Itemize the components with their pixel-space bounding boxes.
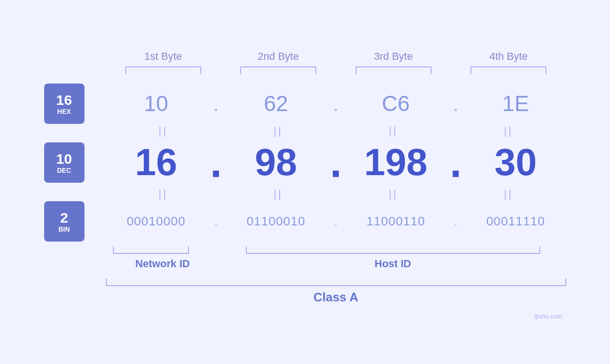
bin-row: 2 BIN 00010000 . 01100010 . 11000110 . 0…	[44, 201, 566, 242]
bin-b4: 00011110	[465, 214, 566, 229]
hex-badge-number: 16	[56, 92, 72, 108]
top-bracket-shape-4	[470, 66, 546, 74]
eq1-2: ||	[231, 125, 326, 137]
equals-row-1: || || || ||	[106, 124, 566, 138]
eq1-3: ||	[346, 125, 441, 137]
class-section: Class A	[106, 279, 566, 305]
eq2-3: ||	[346, 188, 441, 200]
class-bracket	[106, 279, 566, 286]
eq1-4: ||	[461, 125, 556, 137]
hex-values: 10 . 62 . C6 . 1E	[106, 91, 566, 116]
dec-badge: 10 DEC	[44, 142, 84, 183]
class-label: Class A	[106, 290, 566, 305]
hex-badge-label: HEX	[57, 108, 71, 115]
bin-badge: 2 BIN	[44, 201, 84, 242]
hex-dot-3: .	[449, 91, 463, 116]
hex-row: 16 HEX 10 . 62 . C6 . 1E	[44, 84, 566, 124]
dec-b4: 30	[465, 140, 566, 184]
hex-dot-2: .	[329, 91, 343, 116]
bin-dot-3: .	[449, 214, 463, 229]
dec-dot-2: .	[329, 138, 343, 187]
bin-dot-2: .	[329, 214, 343, 229]
hex-dot-1: .	[209, 91, 223, 116]
host-id-bracket	[246, 246, 540, 254]
bin-dot-1: .	[209, 214, 223, 229]
equals-row-2: || || || ||	[106, 187, 566, 201]
top-bracket-2	[231, 66, 326, 74]
watermark: ipshu.com	[534, 313, 562, 320]
bin-badge-number: 2	[60, 210, 68, 225]
byte-header-3: 3rd Byte	[346, 50, 441, 63]
byte-headers: 1st Byte 2nd Byte 3rd Byte 4th Byte	[106, 50, 566, 63]
network-id-bracket-cell	[106, 246, 196, 254]
hex-b4: 1E	[465, 91, 566, 116]
bottom-labels-row: Network ID Host ID	[106, 258, 566, 270]
eq1-1: ||	[116, 125, 211, 137]
top-bracket-3	[346, 66, 441, 74]
top-brackets	[106, 66, 566, 74]
network-id-label: Network ID	[106, 258, 220, 270]
bin-b2: 01100010	[225, 214, 327, 229]
byte-header-4: 4th Byte	[461, 50, 556, 63]
network-id-bracket	[113, 246, 189, 254]
eq2-1: ||	[116, 188, 211, 200]
host-id-bracket-cell	[220, 246, 566, 254]
top-bracket-shape-3	[356, 66, 432, 74]
top-bracket-shape-2	[240, 66, 316, 74]
bin-values: 00010000 . 01100010 . 11000110 . 0001111…	[106, 214, 566, 229]
bin-b1: 00010000	[106, 214, 207, 229]
dec-badge-number: 10	[56, 151, 72, 167]
top-bracket-4	[461, 66, 556, 74]
byte-header-1: 1st Byte	[116, 50, 211, 63]
eq2-2: ||	[231, 188, 326, 200]
top-bracket-shape-1	[125, 66, 201, 74]
dec-values: 16 . 98 . 198 . 30	[106, 138, 566, 187]
byte-header-2: 2nd Byte	[231, 50, 326, 63]
eq2-4: ||	[461, 188, 556, 200]
dec-row: 10 DEC 16 . 98 . 198 . 30	[44, 138, 566, 187]
hex-b3: C6	[346, 91, 447, 116]
hex-b2: 62	[225, 91, 327, 116]
bin-badge-label: BIN	[58, 225, 70, 233]
hex-badge: 16 HEX	[44, 84, 84, 124]
dec-b3: 198	[346, 140, 447, 184]
dec-b2: 98	[225, 140, 327, 184]
bottom-brackets-container	[106, 246, 566, 254]
top-bracket-1	[116, 66, 211, 74]
main-container: 1st Byte 2nd Byte 3rd Byte 4th Byte 16 H…	[44, 41, 566, 324]
dec-dot-3: .	[449, 138, 463, 187]
bin-b3: 11000110	[346, 214, 447, 229]
hex-b1: 10	[106, 91, 207, 116]
dec-badge-label: DEC	[57, 167, 71, 174]
dec-b1: 16	[106, 140, 207, 184]
host-id-label: Host ID	[220, 258, 566, 270]
dec-dot-1: .	[209, 138, 223, 187]
bottom-section: Network ID Host ID	[106, 246, 566, 270]
